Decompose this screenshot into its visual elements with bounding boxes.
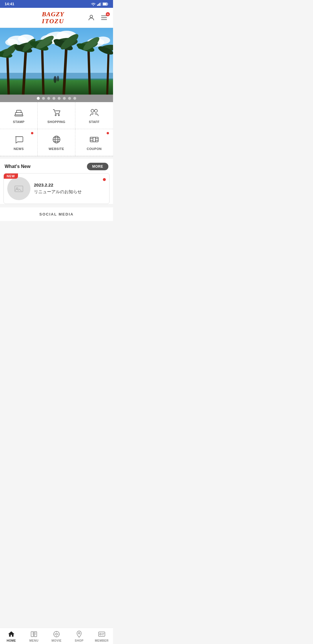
dot-1[interactable] [37, 97, 40, 100]
coupon-button[interactable]: COUPON [75, 129, 113, 156]
news-label: NEWS [14, 147, 24, 151]
news-new-badge: NEW [4, 173, 18, 179]
shopping-label: SHOPPING [47, 120, 65, 124]
dot-2[interactable] [42, 97, 45, 100]
svg-rect-6 [103, 3, 107, 5]
svg-rect-1 [98, 4, 99, 6]
dot-3[interactable] [47, 97, 50, 100]
website-label: WEBSITE [49, 147, 64, 151]
user-icon [88, 14, 95, 21]
signal-icon [97, 2, 101, 6]
svg-rect-20 [0, 79, 113, 95]
dot-7[interactable] [68, 97, 71, 100]
staff-button[interactable]: STAFF [75, 102, 113, 129]
grid-menu: STAMP SHOPPING STAFF NEWS [0, 102, 113, 156]
news-date: 2023.2.22 [34, 182, 99, 187]
app-logo: BAGZY ITOZU [19, 11, 87, 25]
header-actions: N [87, 13, 108, 22]
chat-icon [14, 134, 24, 145]
profile-button[interactable] [87, 13, 96, 22]
more-button[interactable]: MORE [87, 163, 108, 170]
stamp-icon [14, 107, 24, 118]
hero-slider[interactable] [0, 28, 113, 95]
staff-label: STAFF [89, 120, 99, 124]
svg-point-52 [91, 109, 94, 112]
globe-icon [51, 134, 62, 145]
svg-point-46 [57, 76, 59, 82]
website-button[interactable]: WEBSITE [38, 129, 75, 156]
svg-rect-48 [17, 110, 21, 113]
notification-badge: N [106, 12, 110, 16]
svg-rect-59 [90, 137, 98, 142]
coupon-label: COUPON [87, 147, 101, 151]
photo-icon [14, 184, 23, 193]
svg-point-51 [58, 115, 59, 116]
svg-rect-49 [15, 115, 23, 116]
status-time: 14:41 [5, 2, 14, 6]
dot-8[interactable] [73, 97, 76, 100]
svg-point-45 [54, 76, 57, 83]
battery-icon [103, 2, 108, 6]
news-button[interactable]: NEWS [0, 129, 38, 156]
svg-point-53 [94, 109, 97, 112]
news-text: リニューアルのお知らせ [34, 189, 99, 195]
coupon-notification-dot [107, 132, 109, 134]
status-icons [91, 2, 108, 6]
whats-new-section: What's New MORE NEW 2023.2.22 リニューアルのお知ら… [0, 159, 113, 204]
svg-rect-0 [97, 5, 98, 6]
staff-icon [89, 107, 99, 118]
logo-bagzy: BAGZY [19, 11, 87, 18]
shopping-button[interactable]: SHOPPING [38, 102, 75, 129]
stamp-label: STAMP [13, 120, 24, 124]
svg-rect-5 [108, 3, 108, 5]
svg-point-50 [55, 115, 56, 116]
news-notification-dot [31, 132, 33, 134]
coupon-icon [89, 134, 99, 145]
dot-5[interactable] [58, 97, 61, 100]
wifi-icon [91, 2, 96, 6]
slider-dots[interactable] [0, 95, 113, 102]
logo-itozu: ITOZU [19, 18, 87, 25]
hero-image [0, 28, 113, 95]
news-item[interactable]: NEW 2023.2.22 リニューアルのお知らせ [3, 173, 110, 204]
svg-rect-2 [99, 3, 100, 6]
svg-rect-21 [0, 73, 113, 80]
whats-new-header: What's New MORE [0, 159, 113, 173]
shopping-icon [51, 107, 62, 118]
app-header: BAGZY ITOZU N [0, 8, 113, 28]
social-media-section: SOCIAL MEDIA [0, 207, 113, 221]
menu-button[interactable]: N [100, 13, 108, 22]
svg-rect-3 [101, 2, 101, 6]
whats-new-title: What's New [5, 164, 30, 169]
svg-point-7 [90, 15, 93, 18]
social-media-title: SOCIAL MEDIA [5, 212, 108, 216]
news-thumbnail [7, 177, 30, 200]
news-unread-dot [103, 178, 106, 181]
news-content: 2023.2.22 リニューアルのお知らせ [34, 182, 99, 195]
dot-6[interactable] [63, 97, 66, 100]
status-bar: 14:41 [0, 0, 113, 8]
dot-4[interactable] [52, 97, 55, 100]
stamp-button[interactable]: STAMP [0, 102, 38, 129]
svg-rect-47 [15, 113, 22, 115]
